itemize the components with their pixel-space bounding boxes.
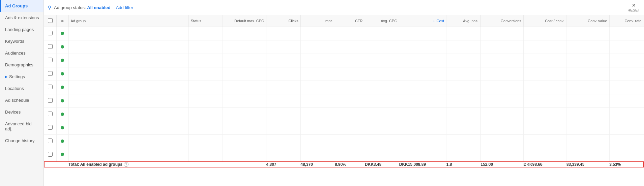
row-checkbox-cell[interactable]	[44, 27, 56, 40]
row-avg-pos	[446, 135, 481, 148]
header-impr[interactable]: Impr.	[300, 15, 335, 27]
total-label-text: Total: All enabled ad groups	[68, 162, 122, 167]
total-conv-rate: 3.53%	[609, 162, 644, 167]
header-conv-rate-label: Conv. rate	[625, 19, 642, 23]
row-checkbox-cell[interactable]	[44, 67, 56, 81]
header-ad-group[interactable]: Ad group	[68, 15, 188, 27]
row-ctr	[335, 27, 365, 40]
sidebar-item-ad-groups[interactable]: Ad Groups	[0, 0, 43, 12]
total-impr: 48,370	[300, 162, 335, 167]
row-checkbox[interactable]	[48, 85, 53, 89]
total-cost-conv: DKK98.66	[524, 162, 566, 167]
row-clicks	[266, 67, 300, 81]
row-checkbox-cell[interactable]	[44, 148, 56, 162]
reset-button[interactable]: ✕ RESET	[627, 3, 640, 12]
info-icon[interactable]: ?	[124, 162, 128, 167]
row-checkbox[interactable]	[48, 98, 53, 103]
header-select-all[interactable]	[44, 15, 56, 27]
row-cost-conv	[524, 108, 566, 121]
row-checkbox[interactable]	[48, 44, 53, 49]
row-clicks	[266, 148, 300, 162]
total-avg-pos: 1.8	[446, 162, 481, 167]
row-default-cpc	[223, 121, 266, 135]
row-ad-group	[68, 27, 188, 40]
select-all-checkbox[interactable]	[48, 18, 53, 23]
sidebar-item-label: Advanced bid adj.	[5, 121, 39, 131]
row-default-cpc	[223, 27, 266, 40]
sidebar-item-label: Landing pages	[5, 27, 34, 32]
row-checkbox[interactable]	[48, 31, 53, 35]
sidebar-item-ad-schedule[interactable]: Ad schedule	[0, 94, 43, 106]
green-status-dot	[61, 99, 64, 102]
header-clicks[interactable]: Clicks	[266, 15, 300, 27]
row-conv-value	[566, 148, 609, 162]
header-ctr[interactable]: CTR	[335, 15, 365, 27]
row-status	[188, 27, 223, 40]
sidebar-item-demographics[interactable]: Demographics	[0, 59, 43, 71]
row-conv-rate	[609, 135, 644, 148]
sidebar-item-label: Audiences	[5, 51, 26, 56]
row-cost	[399, 121, 446, 135]
row-checkbox-cell[interactable]	[44, 121, 56, 135]
row-checkbox[interactable]	[48, 58, 53, 62]
row-avg-cpc	[365, 148, 399, 162]
row-checkbox-cell[interactable]	[44, 94, 56, 108]
header-cost-conv[interactable]: Cost / conv.	[524, 15, 566, 27]
row-ctr	[335, 121, 365, 135]
reset-label: RESET	[627, 8, 640, 12]
row-conv-rate	[609, 148, 644, 162]
row-cost-conv	[524, 81, 566, 94]
table-row	[44, 148, 644, 162]
row-checkbox[interactable]	[48, 152, 53, 157]
row-cost-conv	[524, 40, 566, 54]
row-checkbox-cell[interactable]	[44, 54, 56, 67]
header-conversions[interactable]: Conversions	[481, 15, 524, 27]
row-status-dot-cell	[56, 27, 68, 40]
row-ad-group	[68, 108, 188, 121]
row-checkbox[interactable]	[48, 112, 53, 116]
row-checkbox[interactable]	[48, 71, 53, 76]
row-conversions	[481, 27, 524, 40]
sidebar-item-keywords[interactable]: Keywords	[0, 35, 43, 47]
row-conversions	[481, 54, 524, 67]
sidebar-item-audiences[interactable]: Audiences	[0, 47, 43, 59]
row-checkbox[interactable]	[48, 125, 53, 130]
header-status[interactable]: Status	[188, 15, 223, 27]
header-cost[interactable]: ↓ Cost	[399, 15, 446, 27]
row-checkbox-cell[interactable]	[44, 81, 56, 94]
row-status-dot-cell	[56, 121, 68, 135]
row-checkbox-cell[interactable]	[44, 40, 56, 54]
sidebar-item-landing-pages[interactable]: Landing pages	[0, 24, 43, 35]
header-conv-value[interactable]: Conv. value	[566, 15, 609, 27]
header-avg-pos[interactable]: Avg. pos.	[446, 15, 481, 27]
sidebar-item-settings[interactable]: Settings	[0, 71, 43, 83]
header-status-dot: ●	[56, 15, 68, 27]
row-checkbox-cell[interactable]	[44, 108, 56, 121]
table-row	[44, 27, 644, 40]
row-checkbox-cell[interactable]	[44, 135, 56, 148]
sidebar-item-advanced-bid[interactable]: Advanced bid adj.	[0, 118, 43, 135]
row-conversions	[481, 108, 524, 121]
table-container: ● Ad group Status Default max. CPC Click	[44, 15, 644, 186]
row-ad-group	[68, 40, 188, 54]
row-cost	[399, 54, 446, 67]
row-conv-rate	[609, 54, 644, 67]
add-filter-button[interactable]: Add filter	[116, 5, 133, 10]
row-ad-group	[68, 67, 188, 81]
sidebar-item-devices[interactable]: Devices	[0, 106, 43, 118]
row-status-dot-cell	[56, 81, 68, 94]
sidebar-item-label: Ad schedule	[5, 98, 29, 103]
row-conv-value	[566, 135, 609, 148]
sidebar-item-ads-extensions[interactable]: Ads & extensions	[0, 12, 43, 24]
sidebar: Ad Groups Ads & extensions Landing pages…	[0, 0, 44, 186]
header-conv-rate[interactable]: Conv. rate	[609, 15, 644, 27]
header-avg-cpc[interactable]: Avg. CPC	[365, 15, 399, 27]
header-default-cpc[interactable]: Default max. CPC	[223, 15, 266, 27]
sidebar-item-locations[interactable]: Locations	[0, 83, 43, 94]
filter-icon: ⚲	[48, 5, 51, 10]
header-avg-cpc-label: Avg. CPC	[381, 19, 397, 23]
sidebar-item-change-history[interactable]: Change history	[0, 135, 43, 147]
row-cost-conv	[524, 148, 566, 162]
header-avg-pos-label: Avg. pos.	[463, 19, 478, 23]
row-checkbox[interactable]	[48, 138, 53, 143]
